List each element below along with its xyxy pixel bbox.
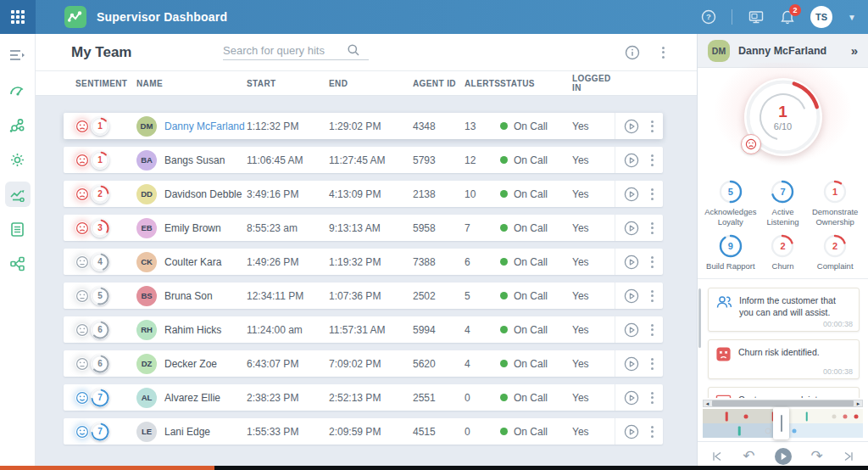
timeline-scrollbar[interactable]: ◂ ▸ xyxy=(703,400,863,407)
alert-card[interactable]: Inform the customer that you can and wil… xyxy=(708,288,860,332)
play-button[interactable] xyxy=(774,447,793,466)
event-marker[interactable] xyxy=(744,414,748,418)
info-icon[interactable] xyxy=(625,45,640,60)
sentiment-cell: 5 xyxy=(75,287,136,305)
search-icon[interactable] xyxy=(347,43,360,57)
play-recording-button[interactable] xyxy=(624,153,639,168)
user-avatar[interactable]: TS xyxy=(810,6,832,28)
table-row[interactable]: 3 EB Emily Brown 8:55:23 am 9:13:13 AM 5… xyxy=(64,215,663,241)
skip-to-start-button[interactable] xyxy=(710,450,724,463)
table-row[interactable]: 7 LE Lani Edge 1:55:33 PM 2:09:59 PM 451… xyxy=(64,418,663,445)
agent-name-link[interactable]: Bangs Susan xyxy=(164,154,225,166)
agent-name-link[interactable]: Rahim Hicks xyxy=(164,324,221,336)
table-row[interactable]: 1 DM Danny McFarland 1:12:32 PM 1:29:02 … xyxy=(64,113,663,139)
sidebar-item-supervisor-tools[interactable] xyxy=(5,182,31,207)
behavior-metric[interactable]: 9 Build Rapport xyxy=(704,234,757,271)
row-menu-icon[interactable] xyxy=(649,390,655,406)
table-row[interactable]: 5 BS Bruna Son 12:34:11 PM 1:07:36 PM 25… xyxy=(64,283,663,309)
play-recording-button[interactable] xyxy=(624,221,639,236)
agent-name-link[interactable]: Coulter Kara xyxy=(164,256,221,268)
behavior-metric[interactable]: 2 Complaint xyxy=(809,234,861,271)
timeline-tracks[interactable] xyxy=(703,409,863,438)
screen-share-icon[interactable] xyxy=(748,9,765,25)
row-menu-icon[interactable] xyxy=(649,153,655,168)
play-recording-button[interactable] xyxy=(624,187,639,202)
scroll-left-icon[interactable]: ◂ xyxy=(704,400,711,406)
table-row[interactable]: 6 RH Rahim Hicks 11:24:00 am 11:57:31 AM… xyxy=(64,316,663,343)
row-actions xyxy=(615,384,663,411)
row-menu-icon[interactable] xyxy=(649,424,655,439)
call-timeline: ◂ ▸ xyxy=(698,398,868,441)
alerts-count: 12 xyxy=(465,154,500,166)
undo-icon[interactable]: ↶ xyxy=(743,449,754,463)
sidebar-item-topology[interactable] xyxy=(5,251,31,277)
row-menu-icon[interactable] xyxy=(649,356,655,372)
event-marker[interactable] xyxy=(738,426,741,435)
column-header: AGENT ID xyxy=(413,79,465,88)
agent-name-link[interactable]: Danny McFarland xyxy=(164,120,245,132)
event-marker[interactable] xyxy=(765,428,771,434)
chevron-down-icon[interactable]: ▼ xyxy=(848,13,856,22)
behavior-metric[interactable]: 7 Active Listening xyxy=(757,180,810,227)
sidebar-item-interactions[interactable] xyxy=(5,112,31,137)
scrollbar-thumb[interactable] xyxy=(712,400,854,406)
panel-scrollbar[interactable] xyxy=(698,288,701,348)
row-menu-icon[interactable] xyxy=(649,288,655,304)
row-menu-icon[interactable] xyxy=(649,322,655,338)
table-row[interactable]: 1 BA Bangs Susan 11:06:45 AM 11:27:45 AM… xyxy=(64,147,663,173)
play-recording-button[interactable] xyxy=(624,255,639,270)
row-actions xyxy=(615,418,663,445)
app-launcher-icon[interactable] xyxy=(0,0,36,34)
agent-name-link[interactable]: Davidson Debble xyxy=(164,188,242,200)
play-recording-button[interactable] xyxy=(624,390,639,406)
playhead-handle[interactable] xyxy=(773,407,789,439)
agent-name-link[interactable]: Bruna Son xyxy=(164,290,213,302)
row-menu-icon[interactable] xyxy=(649,119,655,134)
alert-card[interactable]: Customer complaint identified. 00:00:38 xyxy=(708,387,860,398)
metric-label: Active Listening xyxy=(757,207,810,227)
collapse-panel-icon[interactable]: » xyxy=(851,43,858,58)
row-menu-icon[interactable] xyxy=(649,187,655,202)
event-marker[interactable] xyxy=(726,411,728,421)
play-recording-button[interactable] xyxy=(624,288,639,304)
scroll-right-icon[interactable]: ▸ xyxy=(854,400,862,406)
sentiment-cell: 7 xyxy=(75,389,136,407)
event-marker[interactable] xyxy=(843,414,848,418)
skip-to-end-button[interactable] xyxy=(842,450,855,463)
sidebar-item-reports[interactable] xyxy=(5,216,31,242)
sidebar-item-settings[interactable] xyxy=(5,147,31,172)
row-menu-icon[interactable] xyxy=(649,255,655,270)
play-recording-button[interactable] xyxy=(624,322,639,338)
behavior-metric[interactable]: 2 Churn xyxy=(757,234,810,271)
agent-name-link[interactable]: Decker Zoe xyxy=(164,358,217,370)
event-marker[interactable] xyxy=(792,428,796,433)
row-menu-icon[interactable] xyxy=(649,221,655,236)
alert-card[interactable]: Churn risk identified. 00:00:38 xyxy=(708,339,860,379)
play-recording-button[interactable] xyxy=(624,119,639,134)
table-row[interactable]: 6 DZ Decker Zoe 6:43:07 PM 7:09:02 PM 56… xyxy=(64,350,663,377)
behavior-metric[interactable]: 1 Demonstrate Ownership xyxy=(809,180,861,227)
search-input[interactable] xyxy=(223,44,347,57)
behavior-metric[interactable]: 5 Acknowledges Loyalty xyxy=(704,180,757,227)
notifications-bell-icon[interactable]: 2 xyxy=(780,9,795,25)
sidebar-item-menu[interactable] xyxy=(5,42,31,68)
logged-in: Yes xyxy=(572,154,615,166)
column-header: SENTIMENT xyxy=(75,79,136,88)
status-label: On Call xyxy=(514,222,548,234)
agent-name-link[interactable]: Emily Brown xyxy=(164,222,221,234)
status-label: On Call xyxy=(514,358,548,370)
redo-icon[interactable]: ↷ xyxy=(811,449,823,463)
play-recording-button[interactable] xyxy=(624,424,639,439)
help-icon[interactable]: ? xyxy=(701,9,716,25)
play-recording-button[interactable] xyxy=(624,356,639,372)
event-marker[interactable] xyxy=(806,411,809,421)
event-marker[interactable] xyxy=(854,414,859,418)
table-row[interactable]: 4 CK Coulter Kara 1:49:26 PM 1:19:32 PM … xyxy=(64,249,663,275)
sidebar-item-dashboard[interactable] xyxy=(5,77,31,103)
agent-name-link[interactable]: Lani Edge xyxy=(164,426,210,438)
table-row[interactable]: 2 DD Davidson Debble 3:49:16 PM 4:13:09 … xyxy=(64,181,663,207)
table-menu-icon[interactable] xyxy=(660,45,666,60)
event-marker[interactable] xyxy=(832,414,836,418)
table-row[interactable]: 7 AL Alvarez Ellie 2:38:23 PM 2:52:13 PM… xyxy=(64,384,663,411)
agent-name-link[interactable]: Alvarez Ellie xyxy=(164,392,220,404)
